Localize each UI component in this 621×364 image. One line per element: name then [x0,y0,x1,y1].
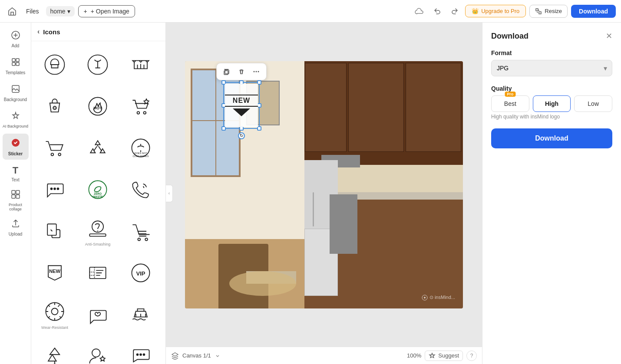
tool-upload[interactable]: Upload [3,214,29,240]
tool-templates[interactable]: Templates [3,53,29,79]
quality-best-button[interactable]: Pro Best [491,95,529,112]
svg-point-58 [258,71,259,72]
wear-resistant-label: Wear-Resistant [41,325,68,330]
canvas-label: Canvas 1/1 [182,352,211,359]
svg-point-56 [254,71,255,72]
tool-sticker[interactable]: Sticker [3,134,29,160]
redo-button[interactable] [448,4,462,18]
copy-button[interactable] [220,65,233,78]
download-panel-title: Download [491,32,529,41]
tool-background[interactable]: Background [3,80,29,106]
home-tab-label: home [50,8,66,15]
tool-product-collage-label: Product collage [3,203,29,211]
svg-text:HOT: HOT [93,106,102,110]
tools-sidebar: Add Templates Background AI Background S… [0,23,31,364]
svg-point-22 [58,153,61,156]
tool-ai-background[interactable]: AI Background [3,107,29,133]
cloud-icon[interactable] [411,3,427,19]
icon-cell-gear-wear[interactable]: Wear-Resistant [35,295,75,334]
suggest-label: Suggest [438,352,459,359]
icon-cell-2[interactable] [78,45,118,85]
sticker-selection-box[interactable]: NEW [223,82,260,129]
topbar-download-button[interactable]: Download [571,5,616,18]
sticker-triangle [233,108,250,116]
icon-cell-chat-dots[interactable] [121,336,161,364]
rotate-handle[interactable]: ↻ [238,132,245,139]
svg-point-42 [52,308,58,315]
icon-cell-does-not-clog[interactable]: DOES NOT CLOG PORES [121,128,161,168]
upload-icon [11,219,20,230]
tool-upload-label: Upload [9,232,23,236]
files-button[interactable]: Files [23,6,43,16]
format-select[interactable]: JPG PNG WEBP [491,60,612,76]
icon-cell-ship[interactable] [121,295,161,334]
plus-icon: + [84,8,87,15]
icon-cell-tree[interactable] [35,336,75,364]
icon-cell-bag[interactable]: % [35,86,75,126]
svg-rect-12 [16,195,20,198]
help-button[interactable]: ? [466,351,477,361]
canvas-nav-icon[interactable] [215,353,221,359]
canvas-workspace[interactable]: ⊙ insMind... [166,23,482,347]
more-options-button[interactable] [250,65,263,78]
svg-rect-0 [536,9,538,11]
icon-cell-cart-lines[interactable] [121,211,161,251]
tool-text[interactable]: T Text [3,161,29,187]
home-icon[interactable] [5,4,19,18]
icons-panel: ‹ Icons [31,23,166,364]
svg-point-44 [137,354,139,355]
upgrade-button[interactable]: 👑 Upgrade to Pro [465,5,526,17]
icon-cell-phone[interactable] [121,170,161,210]
quality-high-button[interactable]: High [533,95,571,112]
text-icon: T [13,165,18,176]
icons-panel-back-button[interactable]: ‹ [37,28,40,36]
suggest-button[interactable]: Suggest [425,351,463,361]
icon-cell-zero-waste[interactable]: ZERO WASTE [78,170,118,210]
icon-cell-hot[interactable]: HOT [78,86,118,126]
quality-low-label: Low [588,100,599,107]
icon-cell-1[interactable] [35,45,75,85]
icon-cell-recycle[interactable] [78,128,118,168]
home-tab[interactable]: home ▾ [46,6,75,16]
icons-panel-header: ‹ Icons [31,23,165,41]
open-image-button[interactable]: + + Open Image [78,5,135,17]
topbar: Files home ▾ + + Open Image 👑 Upgrade to… [0,0,621,23]
canvas-image[interactable]: ⊙ insMind... [185,61,463,308]
icon-cell-hand-click[interactable] [35,211,75,251]
svg-rect-5 [12,62,15,66]
icon-cell-user-star[interactable] [78,336,118,364]
icon-cell-anti-smashing[interactable]: Anti-Smashing [78,211,118,251]
zoom-level: 100% [407,352,421,359]
quality-low-button[interactable]: Low [574,95,612,112]
sticker-text: NEW [233,97,250,104]
svg-point-33 [92,221,103,232]
sticker-inner: NEW [225,84,258,127]
anti-smashing-label: Anti-Smashing [85,242,111,246]
undo-button[interactable] [430,4,444,18]
quality-options: Pro Best High Low [491,95,612,112]
tool-add-label: Add [12,43,20,48]
download-panel-close-button[interactable]: ✕ [606,31,612,41]
icon-cell-cart[interactable] [35,128,75,168]
product-collage-icon [11,190,20,201]
icon-cell-coupon[interactable] [78,253,118,293]
download-action-button[interactable]: Download [491,128,612,148]
svg-text:CLOG PORES: CLOG PORES [133,155,149,157]
layers-button[interactable] [171,352,179,360]
resize-button[interactable]: Resize [529,5,568,18]
sticker-container[interactable]: NEW ↻ [223,82,260,129]
tool-add[interactable]: Add [3,26,29,52]
icon-cell-new-banner[interactable]: NEW [35,253,75,293]
svg-rect-1 [539,12,541,14]
collapse-panel-button[interactable]: ‹ [166,185,173,202]
tool-product-collage[interactable]: Product collage [3,187,29,213]
svg-rect-34 [89,234,106,236]
icon-cell-cart-star[interactable] [121,86,161,126]
icon-cell-chat[interactable] [35,170,75,210]
delete-button[interactable] [235,65,248,78]
svg-point-19 [137,111,140,114]
icon-cell-3[interactable] [121,45,161,85]
icon-cell-heart-chat[interactable] [78,295,118,334]
icon-cell-vip[interactable]: VIP [121,253,161,293]
svg-rect-6 [16,62,19,66]
